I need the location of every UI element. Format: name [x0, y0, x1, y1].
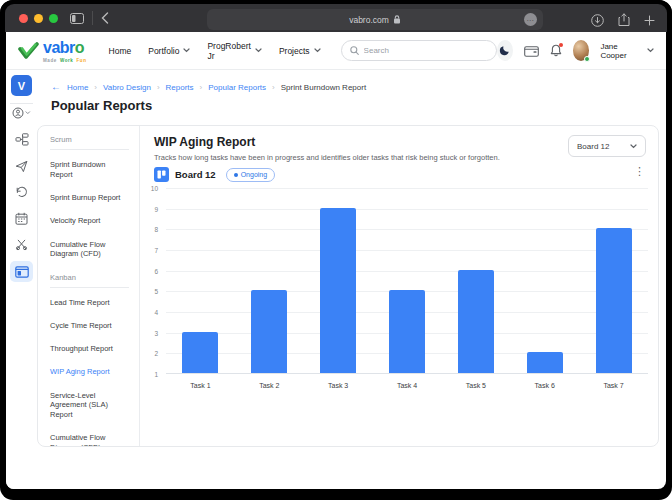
downloads-icon[interactable]	[591, 14, 604, 27]
report-link-throughput-report[interactable]: Throughput Report	[50, 344, 129, 354]
board-select[interactable]: Board 12	[568, 135, 646, 157]
tagline-word: Work	[60, 58, 74, 63]
sidebar-calendar-icon[interactable]	[6, 212, 37, 225]
report-link-velocity-report[interactable]: Velocity Report	[50, 216, 129, 226]
nav-item-progrobert-jr[interactable]: ProgRobert Jr	[207, 41, 261, 61]
report-main-panel: WIP Aging Report Tracks how long tasks h…	[140, 126, 658, 446]
select-chevron-icon	[630, 144, 637, 149]
breadcrumb-link-reports[interactable]: Reports	[166, 83, 194, 92]
window-controls[interactable]	[19, 14, 58, 23]
bar-task-6[interactable]	[527, 352, 563, 373]
y-tick-label: 10	[146, 185, 158, 192]
chevron-down-icon	[255, 48, 262, 53]
page-content: vabro MadeWorkFun HomePortfolioProgRober…	[6, 32, 666, 489]
nav-item-projects[interactable]: Projects	[279, 46, 321, 56]
report-link-sprint-burndown-report[interactable]: Sprint Burndown Report	[50, 160, 129, 180]
bar-task-4[interactable]	[389, 290, 425, 373]
back-button[interactable]	[101, 12, 109, 24]
gridline	[166, 188, 648, 189]
report-link-sprint-burnup-report[interactable]: Sprint Burnup Report	[50, 193, 129, 203]
sidebar-reports-item[interactable]	[10, 261, 33, 282]
kanban-board-icon	[154, 167, 169, 182]
breadcrumb-separator: ›	[272, 83, 275, 92]
board-select-value: Board 12	[577, 142, 609, 151]
report-link-lead-time-report[interactable]: Lead Time Report	[50, 298, 129, 308]
y-tick-label: 2	[146, 350, 158, 357]
report-link-cumulative-flow-diagram-cfd[interactable]: Cumulative Flow Diagram (CFD)	[50, 240, 129, 260]
bar-task-1[interactable]	[182, 332, 218, 373]
user-menu-chevron-icon[interactable]	[647, 48, 654, 53]
gridline	[166, 209, 648, 210]
toolbar-divider	[92, 11, 93, 25]
nav-item-portfolio[interactable]: Portfolio	[148, 46, 190, 56]
report-link-cumulative-flow-diagram-cfd[interactable]: Cumulative Flow Diagram (CFD)	[50, 433, 129, 446]
notifications-bell-icon[interactable]	[550, 44, 562, 57]
breadcrumb-link-home[interactable]: Home	[67, 83, 88, 92]
list-section-scrum: Scrum	[50, 135, 129, 150]
toolbar-actions	[591, 8, 655, 32]
breadcrumb-current-sprint-burndown-report: Sprint Burndown Report	[281, 83, 366, 92]
y-tick-label: 6	[146, 267, 158, 274]
nav-item-label: Home	[109, 46, 132, 56]
dark-mode-toggle[interactable]	[497, 40, 513, 61]
nav-item-home[interactable]: Home	[109, 46, 132, 56]
nav-item-label: Projects	[279, 46, 310, 56]
chart-x-axis: Task 1Task 2Task 3Task 4Task 5Task 6Task…	[166, 382, 648, 389]
navbar-right: Jane Cooper	[497, 40, 654, 61]
search-input[interactable]	[364, 46, 488, 55]
x-tick-label: Task 6	[510, 382, 579, 389]
breadcrumb-back-icon[interactable]: ←	[51, 82, 61, 92]
breadcrumb-link-popular-reports[interactable]: Popular Reports	[208, 83, 266, 92]
board-header-row: Board 12 Ongoing	[154, 167, 275, 182]
chevron-down-icon	[314, 48, 321, 53]
bar-task-2[interactable]	[251, 290, 287, 373]
vabro-logo[interactable]: vabro MadeWorkFun	[18, 39, 87, 63]
logo-tagline: MadeWorkFun	[43, 58, 87, 63]
bar-task-3[interactable]	[320, 208, 356, 373]
close-window-button[interactable]	[19, 14, 28, 23]
logo-check-icon	[18, 42, 40, 60]
zoom-window-button[interactable]	[49, 14, 58, 23]
sidebar-tools-icon[interactable]	[6, 238, 37, 251]
sidebar-history-icon[interactable]	[6, 186, 37, 198]
wallet-icon[interactable]	[524, 45, 539, 57]
logo-text: vabro	[43, 39, 84, 56]
report-link-wip-aging-report[interactable]: WIP Aging Report	[50, 367, 129, 377]
report-link-service-level-agreement-sla-report[interactable]: Service-Level Agreement (SLA) Report	[50, 391, 129, 420]
url-text: vabro.com	[349, 15, 389, 25]
nav-item-label: Portfolio	[148, 46, 179, 56]
report-link-cycle-time-report[interactable]: Cycle Time Report	[50, 321, 129, 331]
sidebar-account-icon[interactable]	[6, 107, 37, 119]
y-tick-label: 4	[146, 309, 158, 316]
y-tick-label: 5	[146, 288, 158, 295]
breadcrumb: ← Home›Vabro Design›Reports›Popular Repo…	[51, 82, 366, 92]
search-bar[interactable]	[341, 40, 497, 61]
x-tick-label: Task 4	[373, 382, 442, 389]
share-icon[interactable]	[618, 13, 630, 27]
workspace-logo-button[interactable]: V	[11, 75, 32, 96]
sidebar-toggle-icon[interactable]	[70, 13, 84, 24]
x-tick-label: Task 5	[441, 382, 510, 389]
minimize-window-button[interactable]	[34, 14, 43, 23]
bar-task-7[interactable]	[596, 228, 632, 373]
x-tick-label: Task 2	[235, 382, 304, 389]
browser-window: vabro.com …	[0, 0, 672, 500]
search-icon	[350, 46, 359, 55]
online-status-dot	[584, 56, 590, 62]
bar-task-5[interactable]	[458, 270, 494, 373]
board-icon	[15, 266, 29, 278]
sidebar-workflow-icon[interactable]	[6, 133, 37, 146]
avatar[interactable]	[573, 40, 589, 61]
y-tick-label: 3	[146, 329, 158, 336]
new-tab-icon[interactable]	[644, 15, 655, 26]
breadcrumb-link-vabro-design[interactable]: Vabro Design	[103, 83, 151, 92]
breadcrumb-separator: ›	[94, 83, 97, 92]
address-bar[interactable]: vabro.com …	[207, 9, 543, 30]
nav-item-label: ProgRobert Jr	[207, 41, 250, 61]
y-tick-label: 9	[146, 205, 158, 212]
sidebar-send-icon[interactable]	[6, 160, 37, 173]
page-title: Popular Reports	[51, 98, 152, 113]
more-options-icon[interactable]: ⋮	[634, 166, 645, 177]
page-options-icon[interactable]: …	[524, 13, 537, 26]
app-sidebar: V	[6, 71, 37, 489]
